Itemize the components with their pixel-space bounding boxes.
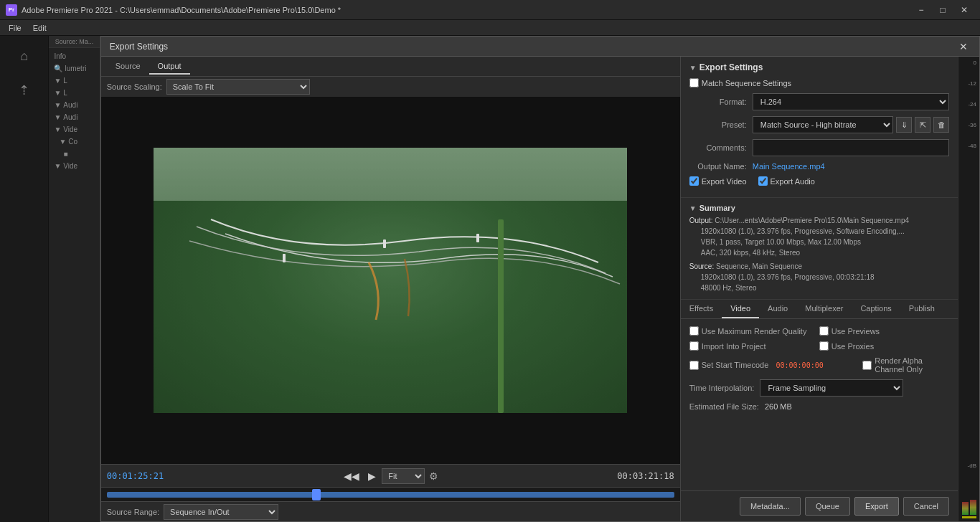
source-range-label: Source Range: — [107, 508, 159, 516]
panel-item-co: ▼ Co — [52, 136, 96, 147]
tab-video[interactable]: Video — [722, 300, 759, 318]
dialog-titlebar: Export Settings ✕ — [101, 37, 979, 57]
summary-header: ▼ Summary — [689, 204, 949, 212]
timeline-bar[interactable] — [101, 487, 680, 501]
vu-bars — [962, 472, 976, 515]
summary-toggle[interactable]: ▼ — [689, 204, 697, 212]
left-sidebar: ⌂ ⇡ — [0, 36, 49, 522]
output-value: C:\User...ents\Adobe\Premiere Pro\15.0\M… — [715, 217, 909, 224]
export-audio-label[interactable]: Export Audio — [758, 176, 815, 186]
menu-edit[interactable]: Edit — [27, 22, 52, 34]
lumetri-label: 🔍 lumetri — [52, 63, 96, 74]
delete-preset-button[interactable]: 🗑 — [933, 117, 949, 133]
export-audio-checkbox[interactable] — [758, 176, 768, 186]
tab-captions[interactable]: Captions — [852, 300, 900, 318]
dialog-title: Export Settings — [110, 42, 168, 52]
export-video-label[interactable]: Export Video — [689, 176, 747, 186]
match-sequence-label[interactable]: Match Sequence Settings — [689, 78, 791, 87]
import-into-project-label[interactable]: Import Into Project — [689, 341, 819, 351]
vu-meter: 0 -12 -24 -36 -48 -dB — [958, 57, 979, 521]
dialog-close-button[interactable]: ✕ — [956, 39, 971, 54]
tab-effects[interactable]: Effects — [681, 300, 722, 318]
source-range-select[interactable]: Sequence In/Out — [164, 504, 278, 520]
use-previews-label[interactable]: Use Previews — [819, 326, 949, 336]
vu-scale-1: -12 — [960, 80, 978, 87]
menubar: File Edit — [0, 20, 980, 36]
source-scaling-label: Source Scaling: — [107, 82, 162, 91]
source-panel-header: Source: Ma... — [49, 36, 99, 48]
vu-scale-0: 0 — [960, 60, 978, 66]
save-preset-button[interactable]: ⇓ — [896, 117, 912, 133]
menu-file[interactable]: File — [3, 22, 27, 34]
preview-video — [101, 97, 680, 464]
output-details3: AAC, 320 kbps, 48 kHz, Stereo — [689, 249, 800, 257]
comments-input[interactable] — [753, 139, 949, 156]
format-select[interactable]: H.264 — [753, 93, 949, 110]
timecode-current: 00:01:25:21 — [107, 471, 164, 481]
export-button[interactable]: Export — [854, 497, 899, 516]
metadata-button[interactable]: Metadata... — [740, 497, 801, 516]
fit-select[interactable]: Fit 25% 50% 100% — [382, 468, 425, 484]
toolbar-right: 00:03:21:18 — [617, 471, 674, 481]
render-quality-row: Use Maximum Render Quality Use Previews — [689, 326, 949, 336]
timeline-handle[interactable] — [312, 489, 321, 500]
share-icon[interactable]: ⇡ — [10, 76, 39, 105]
dialog-body: Source Output Source Scaling: Scale To F… — [101, 57, 979, 521]
preset-label: Preset: — [689, 120, 747, 129]
go-to-start-button[interactable]: ◀◀ — [341, 469, 362, 483]
export-video-checkbox[interactable] — [689, 176, 699, 186]
queue-button[interactable]: Queue — [805, 497, 850, 516]
set-start-timecode-label[interactable]: Set Start Timecode — [689, 361, 776, 370]
use-max-render-quality-label[interactable]: Use Maximum Render Quality — [689, 326, 819, 336]
play-button[interactable]: ▶ — [365, 469, 379, 483]
info-label: Info — [52, 51, 96, 62]
video-settings: Use Maximum Render Quality Use Previews … — [681, 319, 958, 490]
preview-tabs: Source Output — [101, 57, 680, 77]
export-dialog: Export Settings ✕ Source Output Source S… — [100, 36, 980, 522]
section-toggle[interactable]: ▼ — [689, 64, 697, 72]
source-label: Source: — [689, 262, 714, 270]
use-proxies-label[interactable]: Use Proxies — [819, 341, 949, 351]
vu-scale-3: -36 — [960, 122, 978, 128]
import-preset-button[interactable]: ⇱ — [915, 117, 930, 133]
output-name-link[interactable]: Main Sequence.mp4 — [753, 162, 825, 171]
render-alpha-label[interactable]: Render Alpha Channel Only — [862, 356, 949, 374]
timeline-track[interactable] — [107, 492, 674, 498]
use-proxies-checkbox[interactable] — [819, 341, 829, 351]
set-start-timecode-checkbox[interactable] — [689, 361, 699, 370]
use-max-render-quality-checkbox[interactable] — [689, 326, 699, 336]
minimize-button[interactable]: − — [911, 2, 931, 18]
maximize-button[interactable]: □ — [933, 2, 953, 18]
tab-audio[interactable]: Audio — [759, 300, 796, 318]
tab-publish[interactable]: Publish — [900, 300, 943, 318]
file-size-label: Estimated File Size: — [689, 402, 759, 411]
export-options-row: Export Video Export Audio — [689, 176, 949, 186]
use-previews-checkbox[interactable] — [819, 326, 829, 336]
vu-scale-5: -dB — [960, 462, 978, 469]
scaling-select[interactable]: Scale To Fit — [166, 79, 310, 95]
import-into-project-checkbox[interactable] — [689, 341, 699, 351]
source-range-bar: Source Range: Sequence In/Out — [101, 501, 680, 521]
section-header: ▼ Export Settings — [689, 62, 949, 72]
match-sequence-checkbox[interactable] — [689, 78, 699, 87]
format-control: H.264 — [753, 93, 949, 110]
vu-scale-2: -24 — [960, 101, 978, 108]
home-icon[interactable]: ⌂ — [10, 42, 39, 70]
settings-icon[interactable]: ⚙ — [428, 469, 440, 483]
close-button[interactable]: ✕ — [954, 2, 974, 18]
interpolation-select[interactable]: Frame Sampling Frame Blending Optical Fl… — [760, 379, 903, 397]
preview-controls: Source Scaling: Scale To Fit — [101, 77, 680, 97]
output-details1: 1920x1080 (1.0), 23.976 fps, Progressive… — [689, 227, 905, 235]
summary-title: Summary — [699, 204, 735, 212]
interpolation-label: Time Interpolation: — [689, 384, 755, 392]
wire-scene — [154, 148, 627, 413]
output-tab[interactable]: Output — [149, 59, 190, 75]
vu-scale-4: -48 — [960, 143, 978, 149]
tab-multiplexer[interactable]: Multiplexer — [796, 300, 852, 318]
panel-item-video2: ▼ Vide — [52, 161, 96, 171]
preset-select[interactable]: Match Source - High bitrate — [753, 116, 893, 133]
output-details2: VBR, 1 pass, Target 10.00 Mbps, Max 12.0… — [689, 238, 861, 246]
render-alpha-checkbox[interactable] — [862, 361, 872, 370]
source-tab[interactable]: Source — [107, 59, 149, 75]
cancel-button[interactable]: Cancel — [903, 497, 949, 516]
